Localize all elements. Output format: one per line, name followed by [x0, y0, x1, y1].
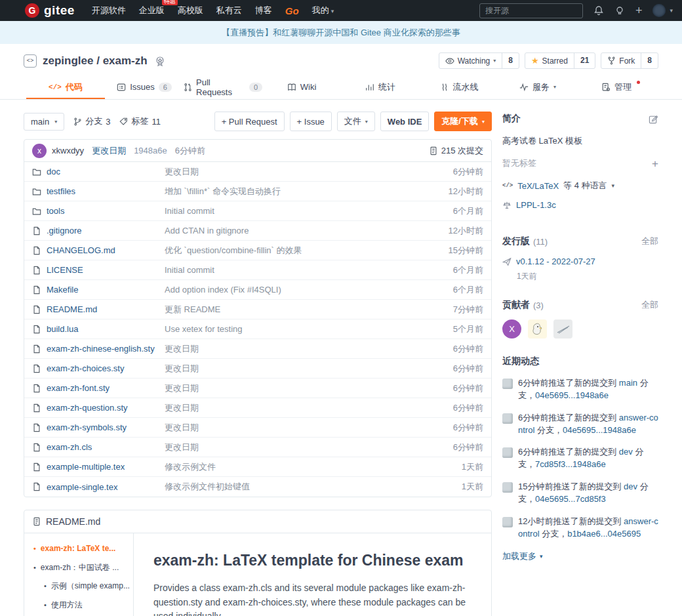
file-link[interactable]: exam-zh-symbols.sty — [32, 422, 165, 432]
activity-avatar[interactable] — [502, 379, 513, 389]
commit-author-avatar[interactable]: x — [32, 144, 47, 158]
contributor-avatar[interactable] — [528, 319, 547, 339]
nav-item-opensource[interactable]: 开源软件 — [92, 5, 126, 16]
file-commit-message[interactable]: 修改示例文件 — [165, 461, 462, 473]
nav-item-my[interactable]: 我的▾ — [312, 5, 334, 16]
file-link[interactable]: tools — [32, 206, 165, 216]
file-commit-message[interactable]: Initial commit — [165, 206, 453, 216]
toc-item[interactable]: •exam-zh：中国试卷 ... — [24, 563, 130, 573]
toc-item[interactable]: •示例（simple examp... — [24, 581, 130, 592]
file-link[interactable]: doc — [32, 167, 165, 176]
add-tag-plus-icon[interactable]: + — [652, 158, 658, 169]
branch-link[interactable]: dev — [624, 482, 637, 491]
contributors-all-link[interactable]: 全部 — [641, 299, 658, 311]
language-link[interactable]: TeX/LaTeX — [517, 181, 559, 191]
tags-link[interactable]: 标签11 — [119, 115, 161, 127]
star-button[interactable]: ★ Starred — [525, 53, 574, 68]
tab-pipeline[interactable]: 流水线 — [420, 75, 498, 99]
tab-statistics[interactable]: 统计 — [341, 75, 420, 99]
commit-range-link[interactable]: b1b4ae6...04e5695 — [567, 529, 641, 539]
commits-count-link[interactable]: 215 次提交 — [429, 145, 483, 157]
star-count[interactable]: 21 — [574, 53, 595, 68]
file-link[interactable]: example-multiple.tex — [32, 462, 165, 472]
branch-selector[interactable]: main ▾ — [24, 113, 64, 131]
new-issue-button[interactable]: + Issue — [290, 112, 332, 131]
create-plus-icon[interactable]: + — [635, 4, 643, 18]
file-link[interactable]: exam-zh-choices.sty — [32, 363, 165, 373]
release-version-link[interactable]: v0.1.12 - 2022-07-27 — [516, 257, 595, 266]
file-link[interactable]: exam-zh-font.sty — [32, 383, 165, 393]
edit-icon[interactable] — [649, 114, 658, 124]
activity-avatar[interactable] — [502, 482, 513, 493]
feedback-bulb-icon[interactable] — [614, 5, 625, 16]
branches-link[interactable]: 分支3 — [73, 115, 110, 127]
file-link[interactable]: exam-zh-chinese-english.sty — [32, 344, 165, 354]
nav-item-private-cloud[interactable]: 私有云 — [216, 5, 242, 16]
web-ide-button[interactable]: Web IDE — [380, 112, 430, 131]
nav-item-blog[interactable]: 博客 — [255, 5, 272, 16]
tab-issues[interactable]: Issues 6 — [105, 75, 184, 99]
file-commit-message[interactable]: 优化 `question/combine-fillin` 的效果 — [165, 245, 449, 257]
clone-download-button[interactable]: 克隆/下载 ▾ — [434, 112, 492, 131]
repo-name-link[interactable]: exam-zh — [103, 54, 148, 67]
file-commit-message[interactable]: 更改日期 — [165, 166, 453, 178]
file-commit-message[interactable]: 更新 README — [165, 304, 453, 316]
tab-code[interactable]: </> 代码 — [26, 75, 105, 99]
branch-link[interactable]: dev — [619, 447, 633, 457]
file-commit-message[interactable]: 增加 `\fillin*` 命令实现自动换行 — [165, 186, 449, 197]
file-commit-message[interactable]: 更改日期 — [165, 422, 453, 434]
commit-range-link[interactable]: 04e5695...1948a6e — [563, 425, 636, 435]
tab-wiki[interactable]: Wiki — [262, 75, 341, 99]
file-link[interactable]: exam-zh-question.sty — [32, 403, 165, 413]
commit-range-link[interactable]: 04e5695...7cd85f3 — [535, 494, 606, 504]
file-link[interactable]: exam-zh.cls — [32, 442, 165, 452]
nav-item-enterprise[interactable]: 企业版 特惠 — [139, 5, 165, 16]
repo-owner-link[interactable]: zepinglee — [43, 54, 93, 67]
file-commit-message[interactable]: Add option index (Fix #I4SQLI) — [165, 285, 453, 295]
nav-item-education[interactable]: 高校版 — [178, 5, 203, 16]
watch-count[interactable]: 8 — [502, 53, 519, 68]
file-commit-message[interactable]: Add CTAN in gitignore — [165, 226, 449, 236]
commit-hash[interactable]: 1948a6e — [134, 146, 167, 155]
file-commit-message[interactable]: 更改日期 — [165, 343, 453, 355]
file-link[interactable]: CHANGELOG.md — [32, 245, 165, 255]
activity-avatar[interactable] — [502, 447, 513, 458]
user-avatar[interactable]: ▾ — [652, 4, 673, 17]
activity-avatar[interactable] — [502, 413, 513, 424]
announcement-banner[interactable]: 【直播预告】和红薯聊聊开源中国和 Gitee 商业化探索的那些事 — [0, 21, 682, 44]
fork-button[interactable]: Fork — [601, 53, 641, 68]
contributor-avatar[interactable]: X — [502, 319, 521, 339]
commit-author[interactable]: xkwxdyy — [52, 146, 84, 155]
chevron-down-icon[interactable]: ▾ — [612, 182, 615, 189]
license-link[interactable]: LPPL-1.3c — [516, 200, 556, 210]
tab-pull-requests[interactable]: Pull Requests 0 — [184, 75, 262, 99]
nav-item-go[interactable]: Go — [285, 5, 299, 16]
file-link[interactable]: build.lua — [32, 324, 165, 334]
file-link[interactable]: testfiles — [32, 186, 165, 196]
file-commit-message[interactable]: 更改日期 — [165, 402, 453, 414]
file-commit-message[interactable]: 修改示例文件初始键值 — [165, 481, 462, 493]
notifications-bell-icon[interactable] — [593, 5, 604, 16]
file-link[interactable]: LICENSE — [32, 265, 165, 275]
file-commit-message[interactable]: Initial commit — [165, 265, 453, 275]
contributor-avatar[interactable] — [553, 319, 572, 339]
toc-item[interactable]: •使用方法 — [24, 600, 130, 611]
file-commit-message[interactable]: 更改日期 — [165, 382, 453, 394]
fork-count[interactable]: 8 — [641, 53, 658, 68]
repo-badge-medal-icon[interactable] — [154, 55, 166, 67]
gitee-logo[interactable]: G gitee — [25, 3, 75, 18]
file-link[interactable]: Makefile — [32, 285, 165, 295]
file-commit-message[interactable]: Use xetex for testing — [165, 324, 453, 334]
toc-item[interactable]: •exam-zh: LaTeX te... — [24, 544, 130, 554]
tab-services[interactable]: 服务 ▾ — [498, 75, 577, 99]
commit-range-link[interactable]: 7cd85f3...1948a6e — [535, 459, 606, 469]
tab-manage[interactable]: 管理 — [577, 75, 656, 99]
readme-filename[interactable]: README.md — [46, 516, 100, 527]
commit-range-link[interactable]: 04e5695...1948a6e — [535, 390, 609, 400]
file-link[interactable]: README.md — [32, 304, 165, 314]
releases-all-link[interactable]: 全部 — [641, 236, 658, 247]
file-commit-message[interactable]: 更改日期 — [165, 363, 453, 375]
commit-message-link[interactable]: 更改日期 — [92, 145, 126, 157]
file-link[interactable]: .gitignore — [32, 226, 165, 236]
watch-button[interactable]: Watching ▾ — [439, 53, 502, 68]
